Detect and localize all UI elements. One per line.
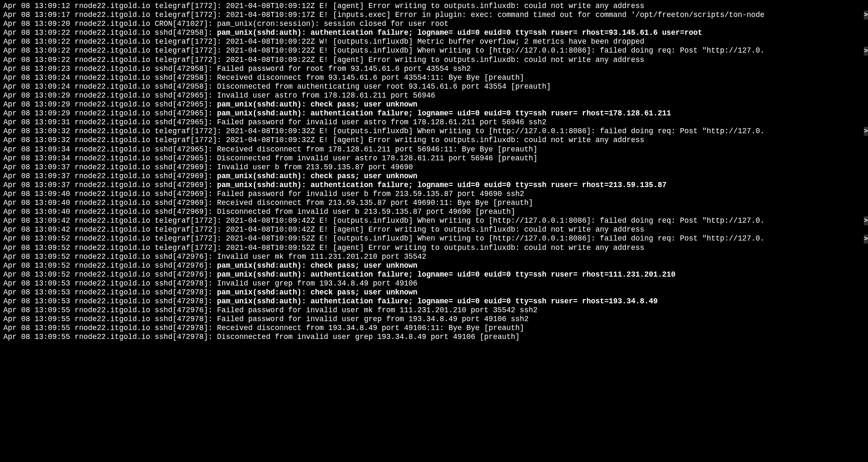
log-line: Apr 08 13:09:22 rnode22.itgold.io telegr… [3,56,865,64]
log-text-bold: pam_unix(sshd:auth): authentication fail… [217,181,667,189]
log-text: Apr 08 13:09:24 rnode22.itgold.io sshd[4… [3,73,524,82]
log-text: Apr 08 13:09:52 rnode22.itgold.io sshd[4… [3,261,217,270]
log-line: Apr 08 13:09:22 rnode22.itgold.io sshd[4… [3,28,865,37]
log-text: Apr 08 13:09:37 rnode22.itgold.io sshd[4… [3,163,413,171]
log-text-bold: pam_unix(sshd:auth): authentication fail… [217,270,676,279]
log-line: Apr 08 13:09:20 rnode22.itgold.io CRON[4… [3,20,865,28]
log-text: Apr 08 13:09:52 rnode22.itgold.io telegr… [3,244,644,252]
log-line: Apr 08 13:09:31 rnode22.itgold.io sshd[4… [3,118,865,127]
log-text: Apr 08 13:09:20 rnode22.itgold.io CRON[4… [3,20,448,28]
log-line: Apr 08 13:09:22 rnode22.itgold.io telegr… [3,37,865,46]
log-line: Apr 08 13:09:53 rnode22.itgold.io sshd[4… [3,297,865,306]
log-text: Apr 08 13:09:32 rnode22.itgold.io telegr… [3,136,644,144]
log-line: Apr 08 13:09:53 rnode22.itgold.io sshd[4… [3,279,865,288]
log-text-bold: pam_unix(sshd:auth): check pass; user un… [217,100,417,109]
log-line: Apr 08 13:09:42 rnode22.itgold.io telegr… [3,225,865,234]
log-text: Apr 08 13:09:29 rnode22.itgold.io sshd[4… [3,91,435,100]
log-text-bold: pam_unix(sshd:auth): authentication fail… [217,297,658,305]
log-text-bold: pam_unix(sshd:auth): check pass; user un… [217,288,417,297]
log-line: Apr 08 13:09:29 rnode22.itgold.io sshd[4… [3,91,865,100]
log-text: Apr 08 13:09:55 rnode22.itgold.io sshd[4… [3,324,524,332]
log-line: Apr 08 13:09:55 rnode22.itgold.io sshd[4… [3,333,865,342]
log-text: Apr 08 13:09:53 rnode22.itgold.io sshd[4… [3,288,217,297]
log-line: Apr 08 13:09:37 rnode22.itgold.io sshd[4… [3,163,865,172]
log-line: Apr 08 13:09:34 rnode22.itgold.io sshd[4… [3,145,865,154]
log-text: Apr 08 13:09:34 rnode22.itgold.io sshd[4… [3,154,537,162]
log-line: Apr 08 13:09:37 rnode22.itgold.io sshd[4… [3,172,865,181]
log-text: Apr 08 13:09:53 rnode22.itgold.io sshd[4… [3,279,417,288]
log-text: Apr 08 13:09:40 rnode22.itgold.io sshd[4… [3,207,515,216]
log-line: Apr 08 13:09:34 rnode22.itgold.io sshd[4… [3,154,865,163]
log-text: Apr 08 13:09:55 rnode22.itgold.io sshd[4… [3,333,520,341]
log-line: Apr 08 13:09:24 rnode22.itgold.io sshd[4… [3,82,865,91]
log-text: Apr 08 13:09:22 rnode22.itgold.io telegr… [3,56,644,64]
log-line: Apr 08 13:09:37 rnode22.itgold.io sshd[4… [3,181,865,190]
log-line: Apr 08 13:09:55 rnode22.itgold.io sshd[4… [3,306,865,315]
log-text: Apr 08 13:09:42 rnode22.itgold.io telegr… [3,216,765,225]
log-text-bold: pam_unix(sshd:auth): authentication fail… [217,109,671,118]
log-text: Apr 08 13:09:37 rnode22.itgold.io sshd[4… [3,181,217,189]
log-line: Apr 08 13:09:55 rnode22.itgold.io sshd[4… [3,324,865,333]
log-line: Apr 08 13:09:32 rnode22.itgold.io telegr… [3,127,865,136]
log-text: Apr 08 13:09:52 rnode22.itgold.io sshd[4… [3,252,426,261]
log-text-bold: pam_unix(sshd:auth): check pass; user un… [217,261,417,270]
log-line: Apr 08 13:09:29 rnode22.itgold.io sshd[4… [3,109,865,118]
log-line: Apr 08 13:09:23 rnode22.itgold.io sshd[4… [3,64,865,73]
terminal-log-view[interactable]: Apr 08 13:09:12 rnode22.itgold.io telegr… [3,2,865,342]
log-text: Apr 08 13:09:34 rnode22.itgold.io sshd[4… [3,145,537,154]
log-line: Apr 08 13:09:40 rnode22.itgold.io sshd[4… [3,199,865,207]
line-overflow-indicator-icon: > [864,216,868,225]
log-text: Apr 08 13:09:55 rnode22.itgold.io sshd[4… [3,315,529,323]
log-line: Apr 08 13:09:29 rnode22.itgold.io sshd[4… [3,100,865,109]
log-text: Apr 08 13:09:55 rnode22.itgold.io sshd[4… [3,306,537,314]
log-line: Apr 08 13:09:52 rnode22.itgold.io sshd[4… [3,252,865,261]
log-line: Apr 08 13:09:42 rnode22.itgold.io telegr… [3,216,865,225]
log-text: Apr 08 13:09:52 rnode22.itgold.io telegr… [3,234,765,243]
log-line: Apr 08 13:09:52 rnode22.itgold.io telegr… [3,234,865,243]
log-text: Apr 08 13:09:22 rnode22.itgold.io telegr… [3,37,644,46]
log-text: Apr 08 13:09:29 rnode22.itgold.io sshd[4… [3,109,217,118]
log-line: Apr 08 13:09:52 rnode22.itgold.io sshd[4… [3,261,865,270]
log-text: Apr 08 13:09:53 rnode22.itgold.io sshd[4… [3,297,217,305]
log-text: Apr 08 13:09:22 rnode22.itgold.io telegr… [3,46,765,55]
log-text-bold: pam_unix(sshd:auth): authentication fail… [217,28,702,37]
log-line: Apr 08 13:09:12 rnode22.itgold.io telegr… [3,2,865,11]
line-overflow-indicator-icon: > [864,127,868,136]
line-overflow-indicator-icon: > [864,11,868,20]
log-text: Apr 08 13:09:40 rnode22.itgold.io sshd[4… [3,190,524,198]
log-line: Apr 08 13:09:55 rnode22.itgold.io sshd[4… [3,315,865,324]
log-text-bold: pam_unix(sshd:auth): check pass; user un… [217,172,417,180]
log-line: Apr 08 13:09:40 rnode22.itgold.io sshd[4… [3,207,865,216]
log-text: Apr 08 13:09:24 rnode22.itgold.io sshd[4… [3,82,551,91]
log-text: Apr 08 13:09:29 rnode22.itgold.io sshd[4… [3,100,217,109]
log-text: Apr 08 13:09:37 rnode22.itgold.io sshd[4… [3,172,217,180]
log-text: Apr 08 13:09:12 rnode22.itgold.io telegr… [3,2,644,10]
line-overflow-indicator-icon: > [864,235,868,244]
log-text: Apr 08 13:09:23 rnode22.itgold.io sshd[4… [3,64,471,73]
log-text: Apr 08 13:09:17 rnode22.itgold.io telegr… [3,11,765,19]
log-line: Apr 08 13:09:52 rnode22.itgold.io telegr… [3,244,865,252]
log-line: Apr 08 13:09:32 rnode22.itgold.io telegr… [3,136,865,145]
log-line: Apr 08 13:09:53 rnode22.itgold.io sshd[4… [3,288,865,297]
log-line: Apr 08 13:09:40 rnode22.itgold.io sshd[4… [3,190,865,199]
log-text: Apr 08 13:09:40 rnode22.itgold.io sshd[4… [3,199,533,207]
log-line: Apr 08 13:09:17 rnode22.itgold.io telegr… [3,11,865,20]
log-line: Apr 08 13:09:52 rnode22.itgold.io sshd[4… [3,270,865,279]
log-text: Apr 08 13:09:32 rnode22.itgold.io telegr… [3,127,765,135]
log-line: Apr 08 13:09:24 rnode22.itgold.io sshd[4… [3,73,865,82]
log-line: Apr 08 13:09:22 rnode22.itgold.io telegr… [3,46,865,55]
log-text: Apr 08 13:09:22 rnode22.itgold.io sshd[4… [3,28,217,37]
log-text: Apr 08 13:09:42 rnode22.itgold.io telegr… [3,225,644,234]
log-text: Apr 08 13:09:31 rnode22.itgold.io sshd[4… [3,118,546,126]
log-text: Apr 08 13:09:52 rnode22.itgold.io sshd[4… [3,270,217,279]
line-overflow-indicator-icon: > [864,47,868,56]
